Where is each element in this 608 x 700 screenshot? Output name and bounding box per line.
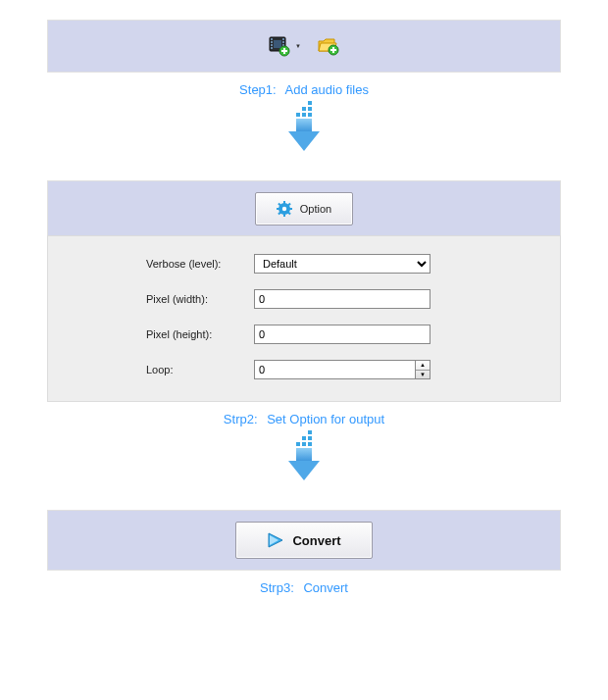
step3-caption-text: Convert <box>303 580 348 595</box>
loop-input[interactable] <box>254 360 415 379</box>
loop-label: Loop: <box>146 364 254 375</box>
svg-rect-12 <box>281 50 287 52</box>
step1-toolbar: ▼ <box>47 20 561 73</box>
step1-caption: Step1: Add audio files <box>47 82 561 97</box>
verbose-select[interactable]: Default <box>254 254 431 274</box>
arrow-down-icon <box>47 430 561 480</box>
option-button[interactable]: Option <box>255 192 353 225</box>
pixel-width-label: Pixel (width): <box>146 293 254 305</box>
verbose-label: Verbose (level): <box>146 258 254 270</box>
convert-button[interactable]: Convert <box>235 522 373 559</box>
svg-rect-18 <box>283 201 285 204</box>
convert-button-label: Convert <box>292 533 340 548</box>
arrow-down-icon <box>47 101 561 151</box>
step2-panel: Option Verbose (level): Default Pixel (w… <box>47 180 561 402</box>
add-folder-icon[interactable] <box>317 34 340 58</box>
step1-caption-text: Add audio files <box>285 82 369 97</box>
svg-rect-2 <box>271 41 273 43</box>
svg-rect-21 <box>289 208 292 210</box>
svg-rect-4 <box>271 47 273 49</box>
step3-caption: Strp3: Convert <box>47 580 561 595</box>
add-video-icon[interactable] <box>268 34 291 58</box>
step3-panel: Convert <box>47 510 561 571</box>
option-button-label: Option <box>300 203 331 215</box>
svg-rect-1 <box>271 38 273 40</box>
loop-spin-down[interactable]: ▼ <box>416 371 430 379</box>
step2-caption-label: Strp2: <box>224 412 258 426</box>
add-video-dropdown[interactable]: ▼ <box>293 43 303 49</box>
play-icon <box>267 532 284 548</box>
svg-rect-20 <box>277 208 279 210</box>
pixel-height-label: Pixel (height): <box>146 328 254 340</box>
svg-rect-15 <box>330 49 336 51</box>
svg-rect-5 <box>282 38 284 40</box>
svg-rect-9 <box>274 40 281 48</box>
step2-form: Verbose (level): Default Pixel (width): … <box>47 235 561 402</box>
svg-rect-19 <box>283 214 285 217</box>
step2-caption: Strp2: Set Option for output <box>47 412 561 426</box>
svg-rect-3 <box>271 44 273 46</box>
pixel-height-input[interactable] <box>254 325 431 344</box>
step2-header: Option <box>47 180 561 235</box>
step1-caption-label: Step1: <box>239 82 277 97</box>
loop-spin-up[interactable]: ▲ <box>416 361 430 371</box>
step3-caption-label: Strp3: <box>260 580 294 595</box>
svg-point-17 <box>282 206 286 210</box>
pixel-width-input[interactable] <box>254 289 431 309</box>
step2-caption-text: Set Option for output <box>267 412 384 426</box>
loop-spinner[interactable]: ▲ ▼ <box>415 360 431 379</box>
gear-icon <box>277 201 292 217</box>
svg-rect-6 <box>282 41 284 43</box>
